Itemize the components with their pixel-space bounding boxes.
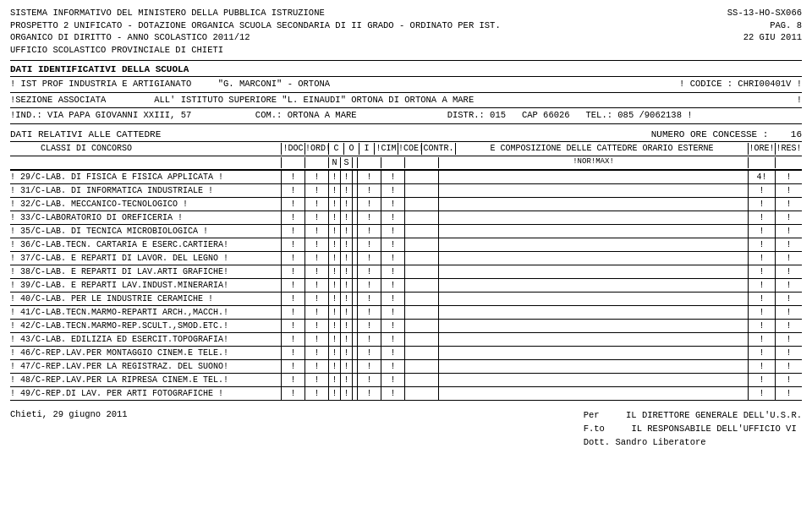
row-contr [404,374,438,386]
row-coe: ! [381,184,404,197]
row-coe: ! [381,198,404,211]
table-row: ! 35/C-LAB. DI TECNICA MICROBIOLOGICA ! … [10,224,802,238]
row-ord: ! [304,374,328,386]
row-contr [404,360,438,373]
row-doc: ! [281,293,304,305]
col-cim: !CIM [374,143,398,155]
col-c: C [328,143,343,155]
table-row: ! 48/C-REP.LAV.PER LA RIPRESA CINEM.E TE… [10,373,802,386]
table-row: ! 32/C-LAB. MECCANICO-TECNOLOGICO ! ! ! … [10,197,802,211]
row-n: ! [328,225,340,238]
row-ore: ! [748,225,775,238]
row-ord: ! [304,171,328,183]
row-doc: ! [281,347,304,359]
row-cim: ! [357,320,381,332]
row-res: ! [775,333,802,346]
row-ore: ! [748,360,775,373]
row-res: ! [775,374,802,386]
row-doc: ! [281,279,304,292]
row-label: ! 37/C-LAB. E REPARTI DI LAVOR. DEL LEGN… [10,252,281,265]
row-contr [404,211,438,224]
row-label: ! 38/C-LAB. E REPARTI DI LAV.ARTI GRAFIC… [10,265,281,278]
row-label: ! 47/C-REP.LAV.PER LA REGISTRAZ. DEL SUO… [10,360,281,373]
row-compose [438,387,748,400]
row-n: ! [328,320,340,332]
row-s: ! [340,171,352,183]
table-row: ! 29/C-LAB. DI FISICA E FISICA APPLICATA… [10,170,802,183]
row-contr [404,171,438,183]
row-ore: ! [748,279,775,292]
row-ore: ! [748,306,775,319]
row-compose [438,374,748,386]
row-s: ! [340,252,352,265]
row-s: ! [340,320,352,332]
dati-cattedre-section: DATI RELATIVI ALLE CATTEDRE NUMERO ORE C… [10,129,802,401]
row-label: ! 42/C-LAB.TECN.MARMO-REP.SCULT.,SMOD.ET… [10,320,281,332]
row-cim: ! [357,211,381,224]
row-coe: ! [381,225,404,238]
row-coe: ! [381,293,404,305]
row-res: ! [775,320,802,332]
row-compose [438,238,748,251]
prospetto-line: PROSPETTO 2 UNIFICATO - DOTAZIONE ORGANI… [10,19,727,32]
row-contr [404,265,438,278]
col-n: N [328,157,340,168]
row-label: ! 39/C-LAB. E REPARTI LAV.INDUST.MINERAR… [10,279,281,292]
row-s: ! [340,238,352,251]
row-doc: ! [281,265,304,278]
table-row: ! 36/C-LAB.TECN. CARTARIA E ESERC.CARTIE… [10,238,802,251]
row-s: ! [340,265,352,278]
header-right: SS-13-HO-SX066 PAG. 8 22 GIU 2011 [727,7,802,57]
row-cim: ! [357,306,381,319]
row-res: ! [775,184,802,197]
date: 22 GIU 2011 [727,31,802,44]
row-doc: ! [281,238,304,251]
col-res: !RES! [775,143,802,155]
row-label: ! 36/C-LAB.TECN. CARTARIA E ESERC.CARTIE… [10,238,281,251]
city-date: Chieti, 29 giugno 2011 [10,409,128,419]
dati-cattedre-title: DATI RELATIVI ALLE CATTEDRE [10,129,161,139]
row-doc: ! [281,171,304,183]
row-cim: ! [357,184,381,197]
row-contr [404,306,438,319]
row-ord: ! [304,238,328,251]
row-n: ! [328,198,340,211]
row-n: ! [328,360,340,373]
row-ore: ! [748,265,775,278]
row-res: ! [775,293,802,305]
col-compose: E COMPOSIZIONE DELLE CATTEDRE ORARIO EST… [455,143,748,155]
row-contr [404,252,438,265]
row-coe: ! [381,360,404,373]
row-cim: ! [357,374,381,386]
pag-num: PAG. 8 [727,19,802,32]
row-ore: ! [748,198,775,211]
row-coe: ! [381,333,404,346]
row-s: ! [340,306,352,319]
table-row: ! 41/C-LAB.TECN.MARMO-REPARTI ARCH.,MACC… [10,305,802,319]
row-ord: ! [304,360,328,373]
row-label: ! 40/C-LAB. PER LE INDUSTRIE CERAMICHE ! [10,293,281,305]
footer-right: Per IL DIRETTORE GENERALE DELL'U.S.R. F.… [584,409,802,449]
row-compose [438,320,748,332]
row-doc: ! [281,387,304,400]
row-s: ! [340,198,352,211]
row-ore: ! [748,387,775,400]
row-ore: ! [748,252,775,265]
row-res: ! [775,238,802,251]
row-res: ! [775,225,802,238]
system-code: SS-13-HO-SX066 [727,7,802,19]
row-doc: ! [281,211,304,224]
row-coe: ! [381,387,404,400]
row-n: ! [328,211,340,224]
row-s: ! [340,293,352,305]
table-row: ! 49/C-REP.DI LAV. PER ARTI FOTOGRAFICHE… [10,386,802,400]
footer-left: Chieti, 29 giugno 2011 [10,409,128,449]
school-info: ! IST PROF INDUSTRIA E ARTIGIANATO "G. M… [10,76,802,124]
sezione-associata: !SEZIONE ASSOCIATA ALL' ISTITUTO SUPERIO… [10,94,474,107]
row-ord: ! [304,198,328,211]
row-ord: ! [304,306,328,319]
row-n: ! [328,265,340,278]
row-ore: ! [748,333,775,346]
row-ore: ! [748,320,775,332]
table-row: ! 43/C-LAB. EDILIZIA ED ESERCIT.TOPOGRAF… [10,332,802,346]
